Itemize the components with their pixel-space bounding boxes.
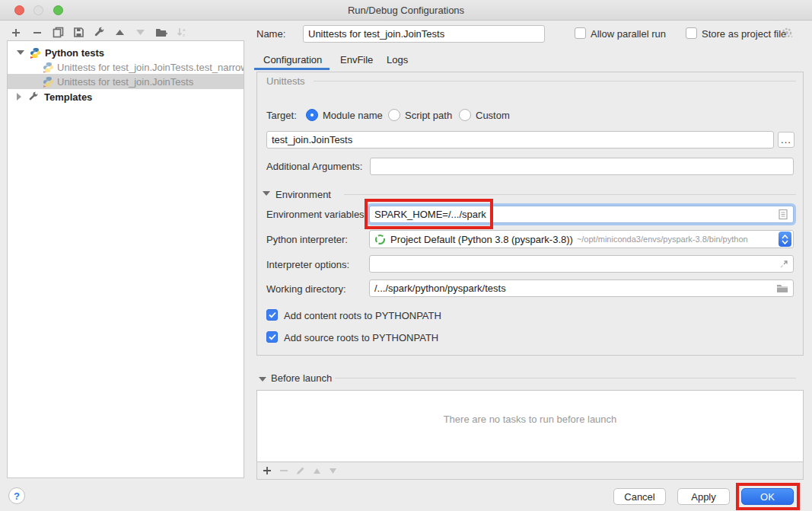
environment-collapse-icon[interactable] [263,191,270,196]
store-options-gear-icon[interactable] [781,27,794,40]
before-launch-toolbar [256,462,804,480]
conda-env-icon [374,234,386,245]
python-interpreter-label: Python interpreter: [266,234,348,245]
module-name-value: test_join.JoinTests [272,134,352,145]
expander-closed-icon[interactable] [17,93,21,101]
additional-arguments-input[interactable] [370,158,794,175]
active-tab-underline [254,68,330,70]
tree-item-templates[interactable]: Templates [8,89,244,104]
svg-text:a: a [183,27,186,32]
move-down-icon [134,26,147,39]
edit-task-icon [296,466,305,475]
allow-parallel-run-checkbox[interactable] [575,27,586,39]
remove-configuration-icon[interactable] [30,26,43,39]
move-up-icon[interactable] [113,26,126,39]
target-label: Target: [266,110,297,121]
environment-variables-label: Environment variables: [266,209,367,220]
before-launch-task-list: There are no tasks to run before launch [256,390,804,462]
before-launch-empty-message: There are no tasks to run before launch [257,414,803,425]
add-content-roots-checkbox[interactable] [266,309,278,321]
task-move-down-icon [329,468,337,474]
task-move-up-icon [313,468,321,474]
tree-item-python-tests[interactable]: Python tests [8,45,244,60]
name-value: Unittests for test_join.JoinTests [308,28,444,40]
browse-module-label: ... [781,134,791,145]
tree-item-jointests-selected[interactable]: Unittests for test_join.JoinTests [8,74,244,89]
help-label: ? [14,490,20,502]
python-run-config-icon [43,76,54,88]
working-directory-input[interactable]: /.../spark/python/pyspark/tests [369,279,794,297]
allow-parallel-run-label: Allow parallel run [591,28,666,40]
tree-item-label: Unittests for test_join.JoinTests.test_n… [57,62,244,73]
tab-envfile[interactable]: EnvFile [340,54,373,65]
before-launch-collapse-icon[interactable] [259,377,266,382]
environment-variables-input[interactable]: SPARK_HOME=/.../spark [369,206,794,223]
env-vars-list-icon[interactable] [778,209,788,220]
save-configuration-icon[interactable] [72,26,85,39]
add-source-roots-checkbox[interactable] [266,331,278,343]
expand-field-icon[interactable] [779,260,788,269]
cancel-button[interactable]: Cancel [613,488,666,505]
additional-arguments-label: Additional Arguments: [266,161,362,172]
python-interpreter-select[interactable]: Project Default (Python 3.8 (pyspark-3.8… [369,230,794,248]
folder-browse-icon[interactable] [776,283,788,293]
python-interpreter-path: ~/opt/miniconda3/envs/pyspark-3.8/bin/py… [577,235,748,244]
add-content-roots-label: Add content roots to PYTHONPATH [284,310,441,321]
interpreter-options-input[interactable] [369,255,794,273]
minimize-window-button [33,5,43,15]
environment-section-label: Environment [275,189,331,200]
run-debug-configurations-dialog: Run/Debug Configurations az [0,0,812,511]
copy-configuration-icon[interactable] [52,26,65,39]
store-as-project-file-checkbox[interactable] [686,27,697,39]
tree-item-label: Python tests [45,47,104,59]
group-divider [314,81,796,81]
name-input[interactable]: Unittests for test_join.JoinTests [303,25,545,43]
tab-logs[interactable]: Logs [387,54,408,65]
interpreter-options-label: Interpreter options: [266,259,349,270]
add-source-roots-label: Add source roots to PYTHONPATH [284,332,438,343]
apply-label: Apply [691,491,716,503]
store-as-project-file-label: Store as project file [702,28,786,40]
before-launch-section-label: Before launch [271,372,332,384]
environment-variables-value: SPARK_HOME=/.../spark [374,209,486,220]
module-name-input[interactable]: test_join.JoinTests [266,131,774,149]
cancel-label: Cancel [624,491,654,503]
radio-script-path-label: Script path [405,110,452,121]
working-directory-value: /.../spark/python/pyspark/tests [374,283,506,294]
tab-configuration[interactable]: Configuration [263,54,322,65]
sort-configurations-icon: az [176,26,189,39]
radio-custom-label: Custom [476,110,510,121]
radio-module-name[interactable] [306,109,318,121]
templates-wrench-icon [28,91,40,103]
unittests-group-label: Unittests [266,75,305,87]
expander-open-icon[interactable] [17,50,24,55]
radio-script-path[interactable] [388,109,400,121]
zoom-window-button[interactable] [53,5,63,15]
close-window-button[interactable] [14,5,24,15]
help-button[interactable]: ? [8,487,25,504]
svg-text:z: z [183,33,185,37]
tree-item-test-narrow[interactable]: Unittests for test_join.JoinTests.test_n… [8,59,244,75]
radio-custom[interactable] [459,109,471,121]
browse-module-button[interactable]: ... [778,132,794,148]
remove-task-icon [279,466,288,475]
apply-button[interactable]: Apply [677,488,730,505]
radio-module-name-label: Module name [323,110,383,121]
python-tests-icon [30,47,41,59]
name-label: Name: [256,28,285,40]
before-launch-divider [335,378,796,378]
tree-item-label: Unittests for test_join.JoinTests [57,76,193,88]
new-folder-icon[interactable] [154,26,167,39]
add-task-icon[interactable] [263,466,272,475]
add-configuration-icon[interactable] [9,26,22,39]
working-directory-label: Working directory: [266,283,346,295]
window-title: Run/Debug Configurations [0,0,812,21]
ok-label: OK [760,491,775,503]
ok-button[interactable]: OK [741,488,794,505]
interpreter-dropdown-stepper-icon[interactable] [779,232,791,247]
tree-item-label: Templates [44,91,92,103]
edit-defaults-wrench-icon[interactable] [93,26,106,39]
python-interpreter-name: Project Default (Python 3.8 (pyspark-3.8… [390,234,573,245]
configurations-tree: Python tests Unittests for test_join.Joi… [7,40,244,478]
environment-divider [344,194,796,195]
